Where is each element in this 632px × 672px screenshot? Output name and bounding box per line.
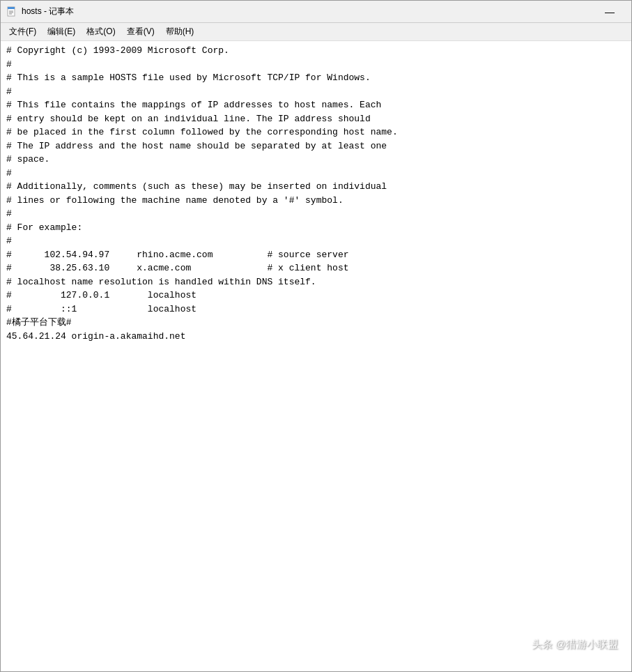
menu-edit[interactable]: 编辑(E) — [42, 24, 81, 40]
window-title: hosts - 记事本 — [22, 6, 74, 17]
notepad-window: hosts - 记事本 — 文件(F) 编辑(E) 格式(O) 查看(V) 帮助… — [0, 0, 632, 672]
title-bar: hosts - 记事本 — — [1, 1, 631, 23]
svg-rect-1 — [8, 7, 15, 9]
menu-format[interactable]: 格式(O) — [81, 24, 121, 40]
text-editor[interactable]: # Copyright (c) 1993-2009 Microsoft Corp… — [1, 41, 631, 671]
menu-view[interactable]: 查看(V) — [121, 24, 160, 40]
menu-bar: 文件(F) 编辑(E) 格式(O) 查看(V) 帮助(H) — [1, 23, 631, 41]
notepad-icon — [6, 6, 17, 17]
title-bar-left: hosts - 记事本 — [6, 6, 74, 17]
menu-file[interactable]: 文件(F) — [3, 24, 42, 40]
minimize-button[interactable]: — — [594, 1, 626, 23]
window-controls: — — [594, 1, 626, 23]
menu-help[interactable]: 帮助(H) — [160, 24, 200, 40]
